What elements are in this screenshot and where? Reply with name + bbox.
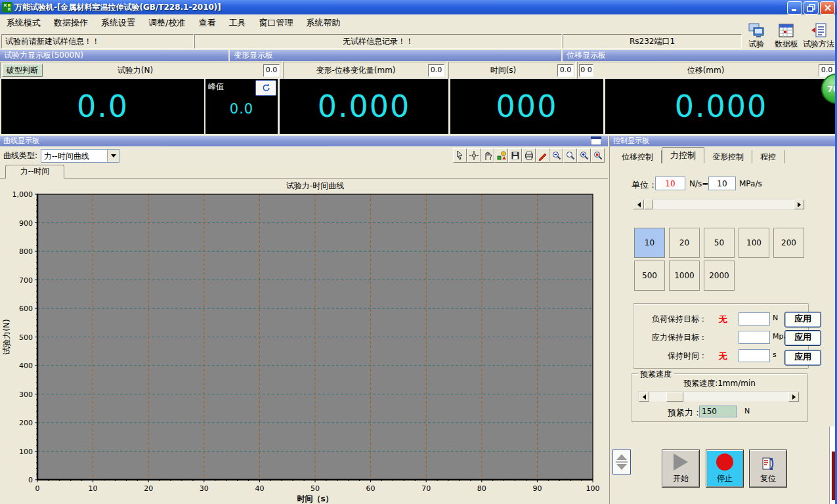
minimize-button[interactable] [787, 1, 802, 14]
svg-text:500: 500 [19, 333, 33, 342]
svg-text:时间（s）: 时间（s） [297, 494, 333, 503]
preload-force-input[interactable] [699, 406, 737, 417]
rate-scrollbar-thumb[interactable] [644, 200, 653, 209]
data-board-button-label: 数据板 [775, 39, 798, 49]
speed-button-20[interactable]: 20 [669, 228, 700, 258]
displacement-label-section: 0 0 位移(mm) 0.0 [577, 62, 837, 79]
unit-equals-label: N/s= [689, 179, 708, 188]
jog-up-down-button[interactable] [612, 450, 631, 474]
curve-type-select[interactable]: 力--时间曲线 [41, 149, 119, 163]
menu-system-help[interactable]: 系统帮助 [299, 15, 347, 31]
force-time-chart: 0102030405060708090100010020030040050060… [0, 178, 608, 504]
stop-button[interactable]: 停止 [706, 450, 744, 488]
tab-displacement-control[interactable]: 位移控制 [614, 150, 662, 163]
start-button[interactable]: 开始 [662, 450, 700, 488]
pointer-icon[interactable] [453, 148, 467, 163]
preload-scroll-right-button[interactable] [788, 392, 799, 402]
load-hold-unit: N [773, 314, 778, 322]
speed-button-50[interactable]: 50 [704, 228, 735, 258]
options-icon[interactable] [494, 148, 508, 163]
hold-time-unit: s [773, 350, 777, 359]
displacement-panel-header: 位移显示板 [563, 50, 837, 61]
zoom-icon[interactable] [563, 148, 577, 163]
hold-time-input[interactable] [739, 349, 770, 362]
displacement-extra-value: 0 0 [579, 64, 593, 77]
svg-text:90: 90 [532, 484, 542, 493]
tab-program-control[interactable]: 程控 [752, 150, 784, 163]
menu-window-management[interactable]: 窗口管理 [252, 15, 299, 31]
speed-button-2000[interactable]: 2000 [704, 261, 735, 291]
preload-scrollbar[interactable] [638, 391, 800, 402]
hold-time-apply-button[interactable]: 应用 [784, 350, 821, 366]
start-button-label: 开始 [673, 473, 689, 484]
unit-label: 单位： [632, 179, 657, 191]
load-hold-apply-button[interactable]: 应用 [784, 312, 821, 327]
peak-box: 峰值 0.0 [205, 79, 278, 134]
tab-force-time[interactable]: 力--时间 [5, 165, 64, 178]
preload-force-unit: N [744, 407, 750, 415]
zoom-in-icon[interactable] [577, 148, 591, 163]
save-icon[interactable] [508, 148, 522, 163]
crosshair-icon[interactable] [467, 148, 481, 163]
pen-icon[interactable] [536, 148, 549, 163]
stress-hold-row: 应力保持目标： Mpa 应用 [633, 330, 808, 346]
speed-button-500[interactable]: 500 [634, 261, 665, 291]
speed-button-200[interactable]: 200 [773, 228, 804, 258]
test-method-button[interactable]: 试验方法 [802, 18, 836, 49]
scroll-right-button[interactable] [794, 200, 804, 209]
arrow-up-icon [616, 454, 627, 460]
tab-deform-control[interactable]: 变形控制 [704, 150, 752, 163]
menu-view[interactable]: 查看 [192, 15, 222, 31]
zoom-out-icon[interactable] [549, 148, 563, 163]
rate-scrollbar[interactable] [633, 199, 805, 210]
svg-text:20: 20 [144, 484, 153, 493]
pan-hand-icon[interactable] [481, 148, 494, 163]
preload-scroll-left-button[interactable] [639, 392, 649, 402]
svg-text:400: 400 [19, 362, 33, 370]
svg-text:80: 80 [477, 484, 486, 493]
test-monitor-icon [747, 22, 765, 39]
stress-hold-apply-button[interactable]: 应用 [784, 330, 821, 346]
arrow-left-icon [643, 394, 646, 400]
force-display: 0.0 [1, 79, 204, 134]
speed-button-100[interactable]: 100 [739, 228, 769, 258]
zoom-reset-icon[interactable] [591, 148, 605, 163]
menu-tools[interactable]: 工具 [222, 15, 252, 31]
time-label: 时间(s) [449, 65, 557, 76]
svg-text:700: 700 [19, 276, 33, 285]
dropdown-button[interactable] [107, 150, 119, 162]
print-icon[interactable] [522, 148, 536, 163]
application-window: 万能试验机-[金属材料室温拉伸试验(GB/T228.1-2010)] 系统模式 … [0, 0, 837, 504]
speed-button-1000[interactable]: 1000 [669, 261, 700, 291]
peak-label: 峰值 [208, 81, 224, 93]
status-message-center: 无试样信息记录！！ [194, 34, 562, 49]
test-button[interactable]: 试验 [741, 18, 771, 49]
reset-button[interactable]: 复位 [749, 450, 787, 488]
curve-toolbar: 曲线类型: 力--时间曲线 [0, 147, 608, 164]
speed-button-10[interactable]: 10 [634, 228, 665, 258]
menu-system-settings[interactable]: 系统设置 [95, 15, 142, 31]
menu-data-operation[interactable]: 数据操作 [47, 15, 95, 31]
tab-force-control[interactable]: 力控制 [662, 147, 704, 163]
force-small-value: 0.0 [263, 64, 280, 77]
close-button[interactable] [820, 1, 835, 14]
preload-scrollbar-thumb[interactable] [666, 392, 683, 402]
load-hold-input[interactable] [739, 312, 770, 326]
menu-system-mode[interactable]: 系统模式 [0, 15, 47, 31]
data-board-button[interactable]: 数据板 [771, 18, 802, 49]
force-label-section: 破型判断 试验力(N) 0.0 [0, 62, 282, 79]
chevron-down-icon [111, 154, 116, 158]
rate-mpa-input[interactable] [708, 177, 736, 190]
restore-button[interactable] [804, 1, 819, 14]
stress-hold-input[interactable] [739, 331, 770, 344]
method-doc-icon [810, 22, 827, 39]
deform-label-section: 变形-位移变化量(mm) 0.0 [283, 62, 447, 79]
hold-time-status: 无 [719, 350, 727, 362]
menu-adjust-calibrate[interactable]: 调整/校准 [142, 15, 192, 31]
data-grid-icon [778, 22, 795, 39]
rate-n-input[interactable] [655, 177, 685, 190]
peak-reset-button[interactable] [255, 80, 276, 96]
scroll-left-button[interactable] [633, 200, 644, 209]
curve-tab-row: 力--时间 [0, 165, 608, 178]
arrow-left-icon [637, 202, 641, 207]
